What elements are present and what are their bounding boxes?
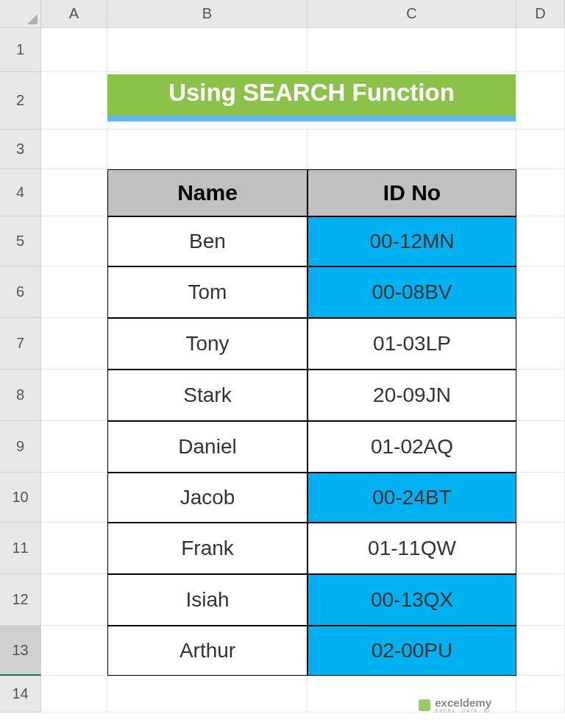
cell-d5[interactable] xyxy=(516,216,565,266)
cell-a9[interactable] xyxy=(41,421,107,473)
table-row[interactable]: Arthur xyxy=(107,626,308,676)
table-row[interactable]: 01-02AQ xyxy=(308,421,516,473)
cell-d12[interactable] xyxy=(516,574,565,626)
row-header-11[interactable]: 11 xyxy=(0,523,41,574)
watermark-text: exceldemy EXCEL · DATA · BI xyxy=(435,697,491,713)
cell-a3[interactable] xyxy=(41,130,107,169)
cell-a13[interactable] xyxy=(41,626,107,676)
cell-a2[interactable] xyxy=(41,72,107,130)
spreadsheet-grid: A B C D 1 2 Using SEARCH Function 3 4 Na… xyxy=(0,0,565,713)
table-header-id[interactable]: ID No xyxy=(308,169,516,216)
table-row[interactable]: Daniel xyxy=(107,421,308,473)
cell-d10[interactable] xyxy=(516,473,565,523)
cell-d14[interactable] xyxy=(516,676,565,713)
cell-d9[interactable] xyxy=(516,421,565,473)
row-header-10[interactable]: 10 xyxy=(0,473,41,523)
cell-d11[interactable] xyxy=(516,523,565,574)
table-row[interactable]: 00-12MN xyxy=(308,216,516,266)
watermark: exceldemy EXCEL · DATA · BI xyxy=(419,697,491,713)
row-header-9[interactable]: 9 xyxy=(0,421,41,473)
cell-d2[interactable] xyxy=(516,72,565,130)
row-header-5[interactable]: 5 xyxy=(0,216,41,266)
watermark-icon xyxy=(419,699,430,711)
row-header-13[interactable]: 13 xyxy=(0,626,41,676)
row-header-8[interactable]: 8 xyxy=(0,370,41,421)
cell-c3[interactable] xyxy=(308,130,516,169)
table-row[interactable]: Frank xyxy=(107,523,308,574)
table-row[interactable]: 02-00PU xyxy=(308,626,516,676)
cell-a6[interactable] xyxy=(41,266,107,318)
cell-a8[interactable] xyxy=(41,370,107,421)
cell-a14[interactable] xyxy=(41,676,107,713)
select-all-corner[interactable] xyxy=(0,0,41,28)
table-row[interactable]: 00-08BV xyxy=(308,266,516,318)
cell-d8[interactable] xyxy=(516,370,565,421)
col-header-a[interactable]: A xyxy=(41,0,107,28)
row-header-7[interactable]: 7 xyxy=(0,318,41,370)
cell-d3[interactable] xyxy=(516,130,565,169)
col-header-d[interactable]: D xyxy=(516,0,565,28)
cell-d6[interactable] xyxy=(516,266,565,318)
cell-b14[interactable] xyxy=(107,676,308,713)
row-header-6[interactable]: 6 xyxy=(0,266,41,318)
cell-d1[interactable] xyxy=(516,28,565,72)
table-row[interactable]: 20-09JN xyxy=(308,370,516,421)
table-row[interactable]: Jacob xyxy=(107,473,308,523)
table-row[interactable]: Ben xyxy=(107,216,308,266)
table-row[interactable]: Isiah xyxy=(107,574,308,626)
title-merged-cell[interactable]: Using SEARCH Function xyxy=(107,72,516,130)
row-header-1[interactable]: 1 xyxy=(0,28,41,72)
cell-c1[interactable] xyxy=(308,28,516,72)
cell-a7[interactable] xyxy=(41,318,107,370)
row-header-14[interactable]: 14 xyxy=(0,676,41,713)
cell-d7[interactable] xyxy=(516,318,565,370)
watermark-main-text: exceldemy xyxy=(435,697,491,708)
row-header-12[interactable]: 12 xyxy=(0,574,41,626)
cell-d13[interactable] xyxy=(516,626,565,676)
row-header-2[interactable]: 2 xyxy=(0,72,41,130)
cell-a11[interactable] xyxy=(41,523,107,574)
cell-d4[interactable] xyxy=(516,169,565,216)
cell-a10[interactable] xyxy=(41,473,107,523)
cell-b1[interactable] xyxy=(107,28,308,72)
cell-a4[interactable] xyxy=(41,169,107,216)
table-row[interactable]: Tony xyxy=(107,318,308,370)
table-row[interactable]: 00-24BT xyxy=(308,473,516,523)
watermark-sub-text: EXCEL · DATA · BI xyxy=(435,708,491,713)
cell-b3[interactable] xyxy=(107,130,308,169)
table-row[interactable]: 01-11QW xyxy=(308,523,516,574)
col-header-c[interactable]: C xyxy=(308,0,516,28)
table-header-name[interactable]: Name xyxy=(107,169,308,216)
cell-a5[interactable] xyxy=(41,216,107,266)
table-row[interactable]: 00-13QX xyxy=(308,574,516,626)
cell-a12[interactable] xyxy=(41,574,107,626)
table-row[interactable]: 01-03LP xyxy=(308,318,516,370)
col-header-b[interactable]: B xyxy=(107,0,308,28)
cell-a1[interactable] xyxy=(41,28,107,72)
title-banner: Using SEARCH Function xyxy=(107,74,516,121)
table-row[interactable]: Stark xyxy=(107,370,308,421)
row-header-4[interactable]: 4 xyxy=(0,169,41,216)
row-header-3[interactable]: 3 xyxy=(0,130,41,169)
table-row[interactable]: Tom xyxy=(107,266,308,318)
